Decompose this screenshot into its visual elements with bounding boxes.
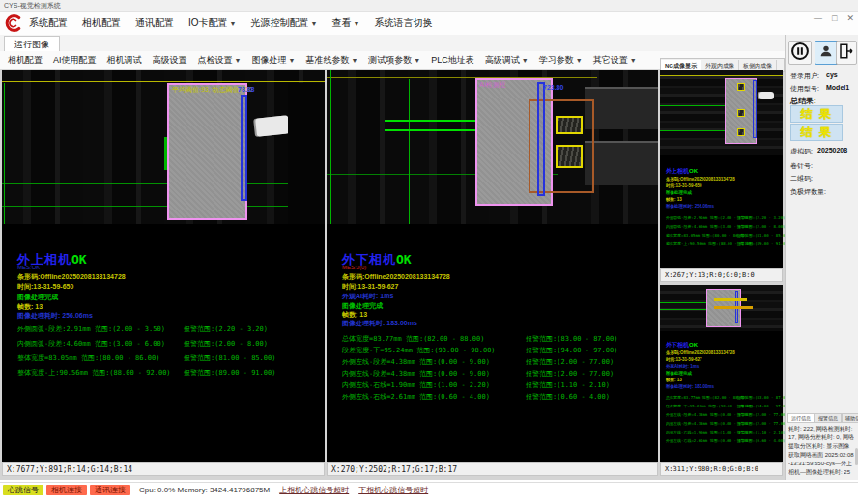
ng-preview-image-upper[interactable] xyxy=(660,70,783,155)
tab-alarm-info[interactable]: 报警信息 xyxy=(815,413,842,423)
measurement-row: 整体宽度-上:90.56mm 范围:(88.00 - 92.00)报警范围:(8… xyxy=(17,368,319,378)
frame-count-line: 帧数: 13 xyxy=(666,377,781,383)
measurement-row: 内侧圆弧-段差:4.60mm 范围:(3.00 - 6.00)报警范围:(2.0… xyxy=(666,222,781,231)
tab-aux-info[interactable]: 辅助信息 xyxy=(842,413,858,423)
measurement-row: 整体宽度-上:90.56mm 范围:(88.00 - 92.00)报警范围:(8… xyxy=(666,239,781,248)
menu-camera-config[interactable]: 相机配置 xyxy=(82,16,121,30)
close-button[interactable]: ✕ xyxy=(846,14,854,23)
overlay-value-streak xyxy=(714,298,747,301)
virtual-code-value: 20250208 xyxy=(817,147,847,154)
measure-blue-bar xyxy=(753,80,757,138)
tab-run-info[interactable]: 运行信息 xyxy=(787,413,815,423)
weld-roi-box xyxy=(737,128,745,136)
overlay-yellow-line xyxy=(660,75,783,76)
right-sidebar: 登录用户: cys 使用型号: Model1 总结果: 结 果 结 果 虚拟码:… xyxy=(785,35,858,480)
measurement-row: 外侧左线-段差=4.38mm 范围:(0.00 - 9.00)报警范围:(2.0… xyxy=(666,410,781,419)
overlay-green-hline xyxy=(660,130,728,131)
tool-ai-usage-config[interactable]: AI使用配置 xyxy=(53,54,97,67)
done-line: 图像处理完成 xyxy=(17,293,58,302)
menu-system-config[interactable]: 系统配置 xyxy=(29,16,68,30)
measurement-row: 内侧左线-段差=4.38mm 范围:(0.00 - 9.00)报警范围:(2.0… xyxy=(342,369,652,378)
measurement-row: 内侧圆弧-段差:4.60mm 范围:(3.00 - 6.00)报警范围:(2.0… xyxy=(17,339,319,349)
main-content: 平均阈值:93, 动态阈值:100 73.88 外上相机OK MES:OK 条形… xyxy=(0,70,785,480)
tab-side-view[interactable]: 板侧内成像 xyxy=(739,60,777,71)
minimize-button[interactable]: — xyxy=(814,14,822,23)
model-value: Model1 xyxy=(826,84,849,91)
overlay-yellow-line xyxy=(327,77,597,78)
tool-other-settings[interactable]: 其它设置▼ xyxy=(593,54,637,67)
window-titlebar: CYS-视觉检测系统 xyxy=(0,0,858,12)
tool-advanced-debug[interactable]: 高级调试▼ xyxy=(485,54,529,67)
time-line: 时间:13-31-59-627 xyxy=(342,282,398,292)
tool-advanced-settings[interactable]: 高级设置 xyxy=(153,54,187,67)
camera-panel-upper: 平均阈值:93, 动态阈值:100 73.88 外上相机OK MES:OK 条形… xyxy=(2,70,325,476)
overlay-green-hline xyxy=(2,206,292,207)
camera-connect-badge: 相机连接 xyxy=(46,485,87,495)
proc-time-line: 图像处理耗时: 256.06ms xyxy=(17,311,93,321)
chevron-down-icon: ▼ xyxy=(522,57,529,64)
menu-comm-config[interactable]: 通讯配置 xyxy=(135,16,174,30)
overlay-green-vline xyxy=(4,83,5,224)
fixture-ledge xyxy=(585,141,658,185)
weld-count-label: 负极焊数量: xyxy=(790,187,826,197)
exit-door-icon xyxy=(838,42,855,64)
tool-camera-debug[interactable]: 相机调试 xyxy=(107,54,142,67)
pause-icon xyxy=(790,42,810,65)
overlay-green-hline xyxy=(2,183,292,184)
weld-roi-box xyxy=(737,83,745,91)
chevron-down-icon: ▼ xyxy=(576,57,583,64)
tab-ng-display[interactable]: NG成像显示 xyxy=(661,60,701,71)
fixture-ledge xyxy=(585,87,658,129)
measurement-row: 内侧左线-右线=1.90mm 范围:(1.00 - 2.20)报警范围:(1.1… xyxy=(666,428,781,436)
chevron-down-icon: ▼ xyxy=(230,20,237,27)
result-box-lower: 结 果 xyxy=(790,124,843,141)
menu-view[interactable]: 查看▼ xyxy=(331,16,359,30)
window-title: CYS-视觉检测系统 xyxy=(4,2,61,9)
tool-camera-config[interactable]: 相机配置 xyxy=(8,54,43,67)
measurement-row: 整体宽度=83.05mm 范围:(80.00 - 86.00)报警范围:(81.… xyxy=(17,353,319,363)
tab-run-image[interactable]: 运行图像 xyxy=(4,36,60,52)
maximize-button[interactable]: □ xyxy=(832,14,837,23)
pause-button[interactable] xyxy=(788,41,812,65)
tool-test-params[interactable]: 测试项参数▼ xyxy=(368,54,420,67)
login-user-label: 登录用户: xyxy=(790,71,819,81)
camera-image-upper[interactable]: 平均阈值:93, 动态阈值:100 73.88 xyxy=(2,70,325,224)
chevron-down-icon: ▼ xyxy=(351,57,358,64)
measurement-row: 外侧左线-段差=4.38mm 范围:(0.00 - 9.00)报警范围:(2.0… xyxy=(342,357,652,367)
measurement-row: 外侧左线-右线=2.61mm 范围:(0.60 - 4.00)报警范围:(0.6… xyxy=(666,436,781,445)
heartbeat-status-badge: 心跳信号 xyxy=(3,485,43,495)
pin-number-label: 卷针号: xyxy=(790,161,813,171)
proc-time-line: 图像处理耗时: 256.06ms xyxy=(666,203,781,210)
time-line: 时间:13-31-59-627 xyxy=(666,356,781,363)
tool-spot-check[interactable]: 点检设置▼ xyxy=(198,54,242,67)
tool-baseline-params[interactable]: 基准线参数▼ xyxy=(305,54,358,67)
exit-button[interactable] xyxy=(836,41,857,65)
menu-language-switch[interactable]: 系统语言切换 xyxy=(374,16,432,30)
menu-light-control-config[interactable]: 光源控制配置▼ xyxy=(251,16,318,30)
chevron-down-icon: ▼ xyxy=(288,57,295,64)
ai-roi-label: AI检测框 xyxy=(479,80,506,90)
tool-image-processing[interactable]: 图像处理▼ xyxy=(251,54,295,67)
done-line: 图像处理完成 xyxy=(666,189,781,196)
measurement-row: 外侧圆弧-段差:2.91mm 范围:(2.00 - 3.50)报警范围:(2.2… xyxy=(666,213,781,222)
frame-count-line: 帧数: 13 xyxy=(666,196,781,203)
weld-roi-box xyxy=(556,116,583,134)
measure-value: 723.80 xyxy=(543,84,563,91)
camera-result-title: 外下相机OK xyxy=(666,341,781,350)
login-user-value: cys xyxy=(826,71,838,78)
login-user-button[interactable] xyxy=(815,41,838,65)
ng-preview-panel-lower: 外下相机OK 条形码:Offline20250208133134728 时间:1… xyxy=(660,285,783,476)
tab-appearance-view[interactable]: 外观内成像 xyxy=(701,60,739,71)
tool-learning-params[interactable]: 学习参数▼ xyxy=(539,54,583,67)
tool-plc-address-table[interactable]: PLC地址表 xyxy=(431,54,474,67)
camera-image-lower[interactable]: AI检测框 723.80 xyxy=(327,70,658,224)
view-tab-row: 运行图像 xyxy=(0,35,785,52)
menu-io-card-config[interactable]: IO卡配置▼ xyxy=(188,16,237,30)
measurement-row: 内侧左线-右线=1.90mm 范围:(1.00 - 2.20)报警范围:(1.1… xyxy=(342,380,652,390)
measure-value: 73.88 xyxy=(238,86,255,93)
user-icon xyxy=(818,43,834,63)
measurement-row: 总体宽度=83.77mm 范围:(82.00 - 88.00)报警范围:(83.… xyxy=(342,334,652,344)
log-text: 耗时: 222, 网络检测耗时: 17, 网络分差耗时: 0, 网络提取分区耗时… xyxy=(788,425,854,478)
ng-preview-image-lower[interactable] xyxy=(660,285,783,331)
overlay-green-vline xyxy=(330,70,331,224)
